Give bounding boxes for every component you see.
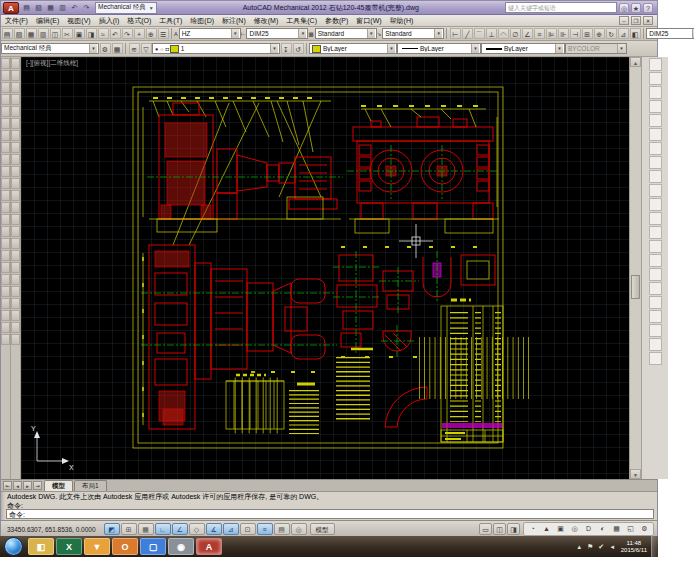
tab-first-icon[interactable]: ⇤ xyxy=(3,481,12,490)
grid-display-icon[interactable]: ▦ xyxy=(138,523,154,535)
command-window-grip[interactable] xyxy=(1,492,5,520)
region-icon[interactable] xyxy=(1,262,10,273)
construction-lines-icon[interactable] xyxy=(649,114,662,127)
multiline-icon[interactable] xyxy=(1,82,10,93)
object-snap-tracking-icon[interactable]: ∡ xyxy=(206,523,222,535)
title-border-icon[interactable] xyxy=(649,338,662,351)
doc-close-icon[interactable]: ✕ xyxy=(643,16,653,25)
trusted-dwg-icon[interactable]: D xyxy=(582,523,595,535)
line-icon[interactable] xyxy=(1,58,10,69)
fea-calc-icon[interactable] xyxy=(649,324,662,337)
power-erase-icon[interactable] xyxy=(649,58,662,71)
lengthen-icon[interactable] xyxy=(11,166,20,177)
fillet-icon[interactable] xyxy=(11,250,20,261)
revision-cloud-icon[interactable] xyxy=(1,154,10,165)
spline-icon[interactable] xyxy=(1,166,10,177)
rectangle-icon[interactable] xyxy=(1,118,10,129)
layer-properties-icon[interactable]: ≋ xyxy=(129,43,140,54)
doc-minimize-icon[interactable]: ‒ xyxy=(619,16,629,25)
plot-style-combo[interactable]: BYCOLOR ▼ xyxy=(565,43,627,54)
tolerance-icon[interactable]: ⊞ xyxy=(582,28,593,39)
quick-properties-icon[interactable]: ▤ xyxy=(274,523,290,535)
center-mark-icon[interactable]: ⊕ xyxy=(594,28,605,39)
continue-dim-icon[interactable]: ⊪ xyxy=(558,28,569,39)
lineweight-display-icon[interactable]: ≡ xyxy=(257,523,273,535)
dim-break-icon[interactable]: ⊣ xyxy=(570,28,581,39)
bearing-calc-icon[interactable] xyxy=(649,282,662,295)
save-file-icon[interactable]: ▦ xyxy=(45,2,56,13)
viewport-controls[interactable]: [-][俯视][二维线框] xyxy=(26,59,78,68)
dim-update-icon[interactable]: ↻ xyxy=(606,28,617,39)
search-icon[interactable]: ◎ xyxy=(619,3,629,13)
clean-screen-icon[interactable]: ◱ xyxy=(624,523,637,535)
open-file-icon[interactable]: ▧ xyxy=(14,28,25,39)
pinned-folder-app-icon[interactable]: ▼ xyxy=(84,538,110,555)
belt-chain-icon[interactable] xyxy=(649,268,662,281)
tray-flag-icon[interactable]: ⚑ xyxy=(586,543,595,551)
zoom-realtime-icon[interactable]: ⊕ xyxy=(146,28,157,39)
hatch-edit-icon[interactable] xyxy=(11,298,20,309)
surface-symbol-icon[interactable] xyxy=(649,156,662,169)
tab-prev-icon[interactable]: ◂ xyxy=(13,481,22,490)
move-icon[interactable] xyxy=(11,118,20,129)
workspace-switcher[interactable]: Mechanical 经典▼ xyxy=(95,2,157,14)
table-icon[interactable] xyxy=(1,274,10,285)
radius-dim-icon[interactable]: ◠ xyxy=(498,28,509,39)
erase-icon[interactable] xyxy=(11,58,20,69)
my-workspace-icon[interactable]: ▦ xyxy=(112,43,123,54)
menu-format[interactable]: 格式(O) xyxy=(123,15,155,26)
construction-line-icon[interactable] xyxy=(1,70,10,81)
quick-view-drawings-icon[interactable]: ◨ xyxy=(507,523,520,535)
pan-realtime-icon[interactable]: + xyxy=(134,28,145,39)
menu-parametric[interactable]: 参数(P) xyxy=(321,15,352,26)
match-properties-icon[interactable]: ≈ xyxy=(98,28,109,39)
hatch-icon[interactable] xyxy=(1,238,10,249)
tray-volume-icon[interactable]: ◂ xyxy=(608,543,617,551)
content-library-icon[interactable] xyxy=(649,352,662,365)
plot-icon[interactable]: ▥ xyxy=(57,2,68,13)
aligned-dim-icon[interactable]: ╱ xyxy=(462,28,473,39)
hidden-icons-icon[interactable]: ▴ xyxy=(575,543,584,551)
annotation-scale-icon[interactable]: ◔ xyxy=(526,523,539,535)
selection-cycling-icon[interactable]: ◎ xyxy=(291,523,307,535)
extend-icon[interactable] xyxy=(11,190,20,201)
customize-statusbar-icon[interactable]: ⚙ xyxy=(638,523,651,535)
ortho-mode-icon[interactable]: ∟ xyxy=(155,523,171,535)
quick-dim-icon[interactable]: ≡ xyxy=(534,28,545,39)
pinned-excel-icon[interactable]: X xyxy=(56,538,82,555)
snap-mode-icon[interactable]: ⊞ xyxy=(121,523,137,535)
color-combo[interactable]: ByLayer ▼ xyxy=(309,43,397,54)
stretch-icon[interactable] xyxy=(11,154,20,165)
wipeout-icon[interactable] xyxy=(1,334,10,345)
tray-shield-icon[interactable]: ✔ xyxy=(597,543,606,551)
workspace-combo[interactable]: Mechanical 经典▼ xyxy=(1,43,99,54)
diameter-dim-icon[interactable]: ∅ xyxy=(510,28,521,39)
pinned-media-app-icon[interactable]: ◧ xyxy=(28,538,54,555)
menu-edit[interactable]: 编辑(E) xyxy=(32,15,63,26)
doc-restore-icon[interactable]: ❐ xyxy=(631,16,641,25)
layer-filter-icon[interactable]: ▽ xyxy=(141,43,152,54)
command-line-window[interactable]: Autodesk DWG. 此文件上次由 Autodesk 应用程序或 Auto… xyxy=(1,491,657,520)
pinned-game-app-icon[interactable]: ◉ xyxy=(168,538,194,555)
scroll-down-icon[interactable]: ▼ xyxy=(630,469,641,479)
dim-style-combo-right[interactable]: DIM25▼ xyxy=(646,28,694,39)
scroll-up-icon[interactable]: ▲ xyxy=(630,57,641,67)
menu-draw[interactable]: 绘图(D) xyxy=(186,15,218,26)
plot-preview-icon[interactable]: ◫ xyxy=(50,28,61,39)
copy-clip-icon[interactable]: ▣ xyxy=(74,28,85,39)
command-input[interactable]: 命令: xyxy=(6,509,654,519)
power-copy-icon[interactable] xyxy=(649,72,662,85)
power-dim-icon[interactable]: ⊿ xyxy=(618,28,629,39)
cam-design-icon[interactable] xyxy=(649,310,662,323)
redo-icon[interactable]: ↷ xyxy=(81,2,92,13)
model-tab-icon[interactable]: ▭ xyxy=(479,523,492,535)
spline-edit-icon[interactable] xyxy=(11,286,20,297)
polygon-icon[interactable] xyxy=(1,106,10,117)
model-space-button[interactable]: 模型 xyxy=(310,523,335,535)
properties-palette-icon[interactable]: ☰ xyxy=(158,28,169,39)
ellipse-icon[interactable] xyxy=(1,178,10,189)
arc-length-dim-icon[interactable]: ⌒ xyxy=(474,28,485,39)
lineweight-combo[interactable]: ByLayer ▼ xyxy=(481,43,565,54)
offset-icon[interactable] xyxy=(11,94,20,105)
new-file-icon[interactable]: ▤ xyxy=(2,28,13,39)
